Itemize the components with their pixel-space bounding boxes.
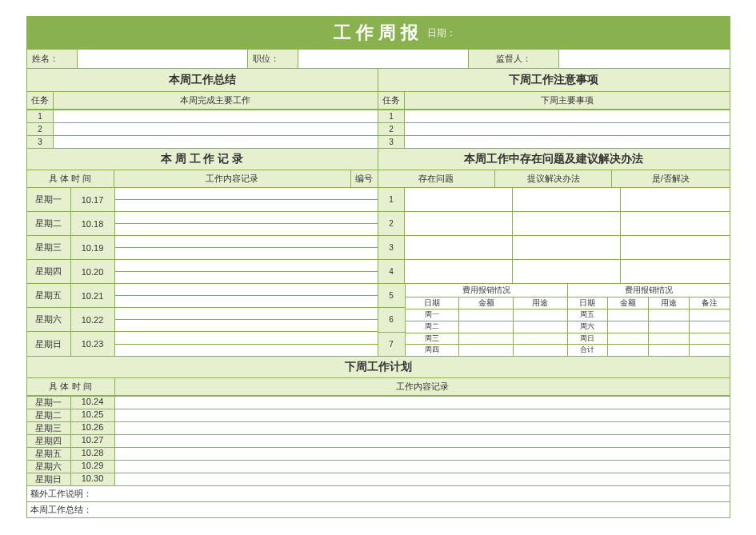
- fee-block: 费用报销情况 日期金额用途备注 周五周六周日合计: [568, 284, 730, 356]
- fee-heads: 日期金额用途: [406, 297, 567, 309]
- fee-row: 周日: [568, 333, 730, 345]
- plan-title: 下周工作计划: [26, 357, 730, 378]
- problem-num: 1: [378, 188, 406, 211]
- solution-cell[interactable]: [513, 212, 621, 235]
- weekly-report-sheet: 工作周报 日期： 姓名： 职位： 监督人： 本周工作总结 下周工作注意事项 任务…: [26, 16, 730, 518]
- record-date: 10.20: [71, 260, 115, 283]
- solution-cell[interactable]: [513, 188, 621, 211]
- mid-left-title: 本 周 工 作 记 录: [27, 149, 378, 170]
- problem-row: 3: [378, 236, 730, 260]
- task-cell-right[interactable]: [405, 123, 729, 135]
- fee-row: 周三: [406, 333, 567, 345]
- record-day: 星期二: [27, 212, 71, 235]
- record-content[interactable]: [115, 236, 378, 259]
- record-content[interactable]: [115, 308, 378, 331]
- plan-content[interactable]: [115, 473, 730, 485]
- plan-day: 星期六: [27, 461, 71, 473]
- fee-th: 金额: [608, 297, 649, 309]
- plan-row: 星期一 10.24: [27, 396, 730, 409]
- fee-cell[interactable]: [690, 309, 730, 321]
- problem-num: 3: [378, 236, 406, 259]
- plan-content[interactable]: [115, 461, 730, 473]
- resolved-cell[interactable]: [621, 188, 729, 211]
- task-cell-right[interactable]: [405, 136, 729, 148]
- problem-cell[interactable]: [405, 260, 513, 283]
- extra-work-row[interactable]: 额外工作说明：: [26, 486, 730, 502]
- problem-and-fee: 1 2 3 4 567 费用报销情况: [378, 188, 730, 356]
- record-date: 10.17: [71, 188, 115, 211]
- position-value[interactable]: [298, 50, 469, 68]
- plan-day: 星期日: [27, 473, 71, 485]
- fee-title: 费用报销情况: [568, 284, 730, 297]
- fee-cell[interactable]: [608, 309, 649, 321]
- position-label: 职位：: [248, 50, 298, 68]
- record-day: 星期四: [27, 260, 71, 283]
- summary-heads: 本周工作总结 下周工作注意事项: [26, 69, 730, 92]
- fee-cell[interactable]: [608, 321, 649, 333]
- fee-cell[interactable]: [514, 344, 567, 356]
- task-head-right: 下周主要事项: [405, 92, 729, 109]
- supervisor-value[interactable]: [559, 50, 729, 68]
- fee-idx: 7: [378, 333, 406, 356]
- resolved-cell[interactable]: [621, 236, 729, 259]
- fee-cell[interactable]: [459, 321, 514, 333]
- problem-cell[interactable]: [405, 212, 513, 235]
- fee-cell[interactable]: [690, 344, 730, 356]
- fee-idx: 6: [378, 308, 406, 332]
- record-row: 星期一 10.17: [27, 188, 378, 212]
- fee-cell[interactable]: [459, 309, 514, 321]
- fee-cell[interactable]: [649, 333, 690, 345]
- plan-row: 星期三 10.26: [27, 421, 730, 434]
- task-cell-left[interactable]: [54, 123, 378, 135]
- task-cell-right[interactable]: [405, 110, 729, 122]
- plan-content[interactable]: [115, 409, 730, 421]
- record-date: 10.21: [71, 284, 115, 307]
- record-content[interactable]: [115, 332, 378, 356]
- fee-cell[interactable]: [690, 321, 730, 333]
- plan-content[interactable]: [115, 435, 730, 447]
- problem-cell[interactable]: [405, 188, 513, 211]
- resolved-cell[interactable]: [621, 260, 729, 283]
- plan-date: 10.25: [71, 409, 115, 421]
- record-content[interactable]: [115, 188, 378, 211]
- solution-cell[interactable]: [513, 236, 621, 259]
- fee-cell[interactable]: [514, 333, 567, 345]
- fee-cell[interactable]: [649, 344, 690, 356]
- solution-cell[interactable]: [513, 260, 621, 283]
- problem-cell[interactable]: [405, 236, 513, 259]
- fee-section: 567 费用报销情况 日期金额用途 周一周二周三周四 费用报销情况 日期金额用途…: [378, 284, 730, 356]
- time-label-2: 具 体 时 间: [27, 378, 115, 395]
- fee-row-label: 合计: [568, 344, 609, 356]
- task-cell-left[interactable]: [54, 136, 378, 148]
- plan-day: 星期三: [27, 422, 71, 434]
- plan-content[interactable]: [115, 448, 730, 460]
- fee-cell[interactable]: [649, 309, 690, 321]
- plan-content[interactable]: [115, 397, 730, 409]
- week-summary-row[interactable]: 本周工作总结：: [26, 502, 730, 518]
- resolved-cell[interactable]: [621, 212, 729, 235]
- record-date: 10.19: [71, 236, 115, 259]
- fee-cell[interactable]: [608, 344, 649, 356]
- fee-cell[interactable]: [649, 321, 690, 333]
- fee-cell[interactable]: [459, 333, 514, 345]
- fee-cell[interactable]: [514, 321, 567, 333]
- task-cell-left[interactable]: [54, 110, 378, 122]
- fee-row-label: 周日: [568, 333, 609, 345]
- fee-cell[interactable]: [459, 344, 514, 356]
- plan-content[interactable]: [115, 422, 730, 434]
- fee-row-label: 周六: [568, 321, 609, 333]
- record-content[interactable]: [115, 260, 378, 283]
- record-content[interactable]: [115, 212, 378, 235]
- task-num-left: 1: [27, 110, 54, 122]
- week-record-list: 星期一 10.17 星期二 10.18 星期三 10.19 星期四 10.20 …: [27, 188, 378, 356]
- fee-cell[interactable]: [514, 309, 567, 321]
- name-value[interactable]: [78, 50, 248, 68]
- fee-th: 日期: [568, 297, 609, 309]
- task-num-left: 2: [27, 123, 54, 135]
- fee-cell[interactable]: [690, 333, 730, 345]
- record-row: 星期二 10.18: [27, 212, 378, 236]
- fee-cell[interactable]: [608, 333, 649, 345]
- record-label-1: 工作内容记录: [114, 170, 350, 187]
- record-content[interactable]: [115, 284, 378, 307]
- plan-sub-heads: 具 体 时 间 工作内容记录: [26, 378, 730, 396]
